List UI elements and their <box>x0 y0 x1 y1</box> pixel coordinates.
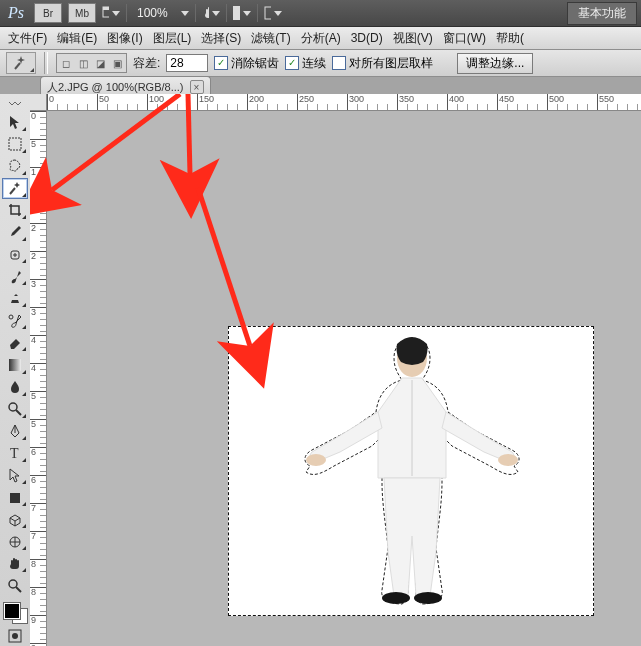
svg-point-22 <box>306 454 326 466</box>
tab-title: 人2.JPG @ 100%(RGB/8...) <box>47 80 184 95</box>
foreground-color[interactable] <box>4 603 20 619</box>
blur-tool[interactable] <box>2 377 28 398</box>
brush-tool[interactable] <box>2 266 28 287</box>
canvas-area[interactable]: 050100150200250300350400450500550 051122… <box>30 94 641 646</box>
zoom-dropdown-icon[interactable] <box>181 11 189 16</box>
svg-point-20 <box>12 633 18 639</box>
toolbox: T <box>0 94 31 646</box>
menu-window[interactable]: 窗口(W) <box>443 30 486 47</box>
menu-analysis[interactable]: 分析(A) <box>301 30 341 47</box>
svg-rect-1 <box>103 7 109 10</box>
type-tool[interactable]: T <box>2 443 28 464</box>
ruler-horizontal: 050100150200250300350400450500550 <box>46 94 641 111</box>
magic-wand-tool[interactable] <box>2 178 28 199</box>
3d-tool[interactable] <box>2 509 28 530</box>
ruler-vertical: 0511223344556677889910101111121213131414… <box>30 110 47 646</box>
svg-line-6 <box>15 63 20 69</box>
screen-mode-icon[interactable] <box>102 4 120 22</box>
checkmark-icon: ✓ <box>285 56 299 70</box>
3d-camera-tool[interactable] <box>2 531 28 552</box>
svg-point-17 <box>9 580 17 588</box>
svg-rect-2 <box>233 6 240 20</box>
dodge-tool[interactable] <box>2 399 28 420</box>
minibridge-button[interactable]: Mb <box>68 3 96 23</box>
menu-bar: 文件(F) 编辑(E) 图像(I) 图层(L) 选择(S) 滤镜(T) 分析(A… <box>0 27 641 50</box>
eyedropper-tool[interactable] <box>2 222 28 243</box>
refine-edge-button[interactable]: 调整边缘... <box>457 53 533 74</box>
svg-rect-11 <box>9 359 21 371</box>
shape-tool[interactable] <box>2 487 28 508</box>
lasso-tool[interactable] <box>2 156 28 177</box>
path-selection-tool[interactable] <box>2 465 28 486</box>
svg-rect-15 <box>10 493 20 503</box>
svg-line-29 <box>198 188 250 346</box>
hand-tool-icon[interactable] <box>202 4 220 22</box>
quick-mask-tool[interactable] <box>2 625 28 646</box>
work-area: T 050100150200250300350400450500550 0511… <box>0 94 641 646</box>
ruler-corner <box>30 94 47 111</box>
crop-tool[interactable] <box>2 200 28 221</box>
svg-point-25 <box>414 592 442 604</box>
svg-point-10 <box>9 315 13 319</box>
healing-brush-tool[interactable] <box>2 244 28 265</box>
ps-logo: Ps <box>4 4 28 22</box>
sel-new-icon[interactable]: ◻ <box>58 55 74 71</box>
all-layers-checkbox[interactable]: 对所有图层取样 <box>332 55 433 72</box>
sel-intersect-icon[interactable]: ▣ <box>109 55 125 71</box>
svg-point-23 <box>498 454 518 466</box>
eraser-tool[interactable] <box>2 332 28 353</box>
document-canvas[interactable] <box>228 326 594 616</box>
zoom-tool[interactable] <box>2 575 28 596</box>
menu-filter[interactable]: 滤镜(T) <box>251 30 290 47</box>
app-header: Ps Br Mb 100% 基本功能 <box>0 0 641 27</box>
antialias-label: 消除锯齿 <box>231 55 279 72</box>
gradient-tool[interactable] <box>2 354 28 375</box>
svg-rect-7 <box>9 138 21 150</box>
all-layers-label: 对所有图层取样 <box>349 55 433 72</box>
arrange-documents-icon[interactable] <box>233 4 251 22</box>
move-tool[interactable] <box>2 111 28 132</box>
menu-view[interactable]: 视图(V) <box>393 30 433 47</box>
clone-stamp-tool[interactable] <box>2 288 28 309</box>
zoom-level[interactable]: 100% <box>133 6 172 20</box>
person-figure <box>286 332 538 610</box>
sel-add-icon[interactable]: ◫ <box>75 55 91 71</box>
svg-point-24 <box>382 592 410 604</box>
tolerance-label: 容差: <box>133 55 160 72</box>
expand-icon[interactable] <box>2 98 28 110</box>
pen-tool[interactable] <box>2 421 28 442</box>
contiguous-checkbox[interactable]: ✓ 连续 <box>285 55 326 72</box>
workspace-button[interactable]: 基本功能 <box>567 2 637 25</box>
checkmark-icon: ✓ <box>214 56 228 70</box>
marquee-tool[interactable] <box>2 134 28 155</box>
svg-point-12 <box>9 403 17 411</box>
options-bar: ◻ ◫ ◪ ▣ 容差: ✓ 消除锯齿 ✓ 连续 对所有图层取样 调整边缘... <box>0 50 641 77</box>
color-swatches[interactable] <box>2 601 28 624</box>
bridge-button[interactable]: Br <box>34 3 62 23</box>
menu-file[interactable]: 文件(F) <box>8 30 47 47</box>
close-icon[interactable]: × <box>190 80 204 94</box>
menu-image[interactable]: 图像(I) <box>107 30 142 47</box>
screen-icon[interactable] <box>264 4 282 22</box>
current-tool-magic-wand[interactable] <box>6 52 36 74</box>
menu-3d[interactable]: 3D(D) <box>351 31 383 45</box>
contiguous-label: 连续 <box>302 55 326 72</box>
antialias-checkbox[interactable]: ✓ 消除锯齿 <box>214 55 279 72</box>
menu-select[interactable]: 选择(S) <box>201 30 241 47</box>
selection-mode-group[interactable]: ◻ ◫ ◪ ▣ <box>56 53 127 73</box>
menu-layer[interactable]: 图层(L) <box>153 30 192 47</box>
tolerance-input[interactable] <box>166 54 208 72</box>
svg-rect-5 <box>265 7 271 19</box>
svg-text:T: T <box>10 446 19 461</box>
sel-subtract-icon[interactable]: ◪ <box>92 55 108 71</box>
svg-line-13 <box>16 410 21 415</box>
svg-line-8 <box>10 188 15 194</box>
hand-tool[interactable] <box>2 553 28 574</box>
menu-edit[interactable]: 编辑(E) <box>57 30 97 47</box>
empty-checkbox-icon <box>332 56 346 70</box>
menu-help[interactable]: 帮助( <box>496 30 524 47</box>
svg-line-18 <box>16 587 21 592</box>
history-brush-tool[interactable] <box>2 310 28 331</box>
